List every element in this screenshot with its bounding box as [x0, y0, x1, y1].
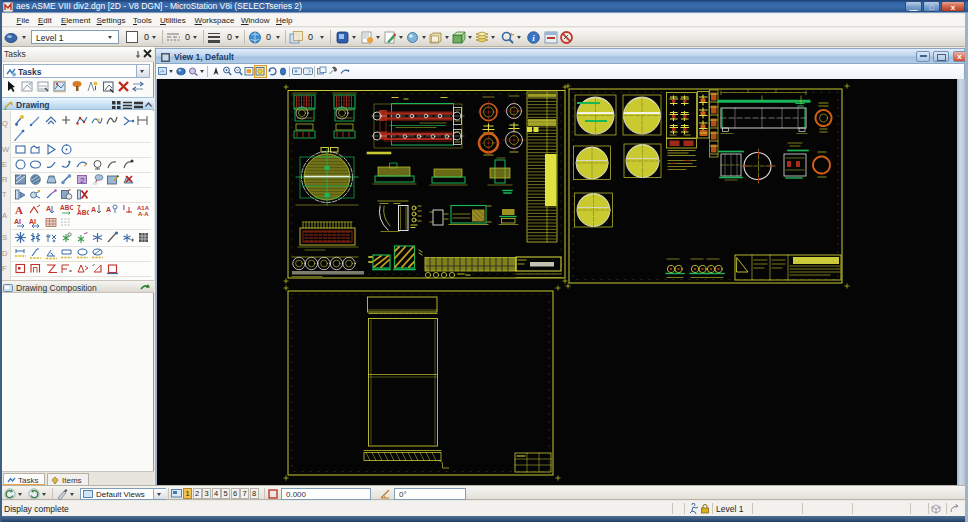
svg-text:I: I: [123, 204, 125, 211]
svg-text:A·A: A·A: [138, 211, 149, 217]
svg-text:AI: AI: [29, 218, 36, 225]
svg-text:2: 2: [80, 176, 85, 185]
svg-text:A: A: [106, 206, 111, 213]
svg-text:A: A: [91, 206, 96, 213]
svg-text:ABC: ABC: [77, 209, 89, 216]
svg-text:ABC: ABC: [60, 204, 73, 211]
svg-text:A: A: [15, 204, 23, 216]
svg-text:AI: AI: [14, 218, 21, 225]
